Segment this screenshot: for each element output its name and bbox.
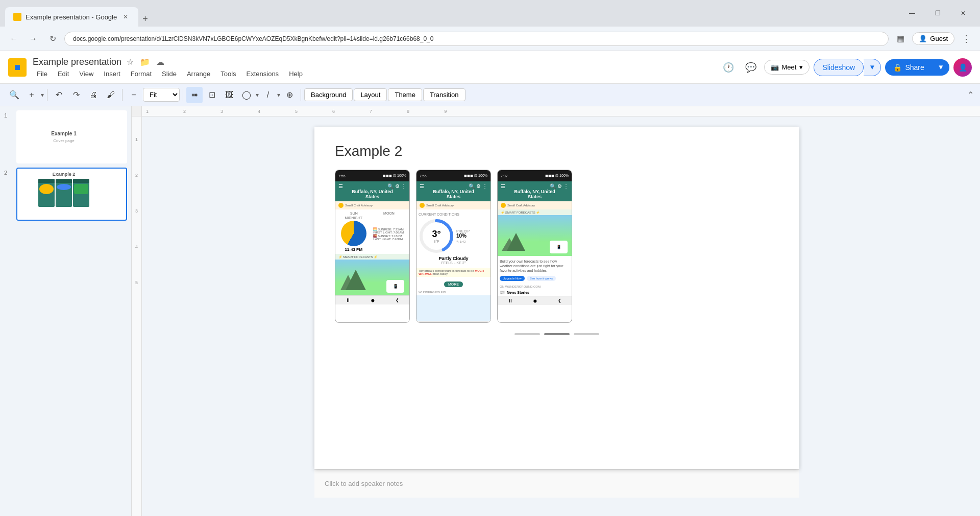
phone-1-header: ☰ 🔍 ⚙ ⋮ Buffalo, NY, UnitedStates <box>335 181 409 201</box>
phone-1-forecast-image: 📱 <box>335 260 409 295</box>
slide-title: Example 2 <box>335 143 779 159</box>
browser-chrome: Example presentation - Google ✕ + — ❐ ✕ <box>0 0 980 27</box>
forward-button[interactable]: → <box>26 31 41 46</box>
active-tab[interactable]: Example presentation - Google ✕ <box>5 7 138 27</box>
image-button[interactable]: 🖼 <box>221 87 237 103</box>
menu-file[interactable]: File <box>33 69 52 79</box>
menu-insert[interactable]: Insert <box>100 69 125 79</box>
transition-button[interactable]: Transition <box>423 88 465 101</box>
toolbar: 🔍 + ▾ ↶ ↷ 🖨 🖌 − Fit 50% 75% 100% 150% 20… <box>0 84 980 106</box>
browser-menu[interactable]: ⋮ <box>959 31 974 46</box>
sidebar-toggle[interactable]: ▦ <box>893 31 908 46</box>
search-button[interactable]: 🔍 <box>6 87 22 103</box>
doc-title: Example presentation <box>33 57 121 67</box>
comment-button[interactable]: 💬 <box>742 58 760 77</box>
phone-1: 7:55 ◼◼◼ ⊡ 100% ☰ 🔍 ⚙ ⋮ Buffalo <box>335 170 410 323</box>
menu-tools[interactable]: Tools <box>216 69 240 79</box>
slide-thumb-2-inner: Example 2 <box>17 169 110 220</box>
address-bar[interactable]: docs.google.com/presentation/d/1LzrClDSN… <box>64 32 889 46</box>
meet-button[interactable]: 📷 Meet ▾ <box>764 60 810 75</box>
add-button[interactable]: + <box>23 87 40 103</box>
toolbar-divider-4 <box>301 89 301 101</box>
zoom-out-button[interactable]: − <box>126 87 142 103</box>
menu-slide[interactable]: Slide <box>158 69 181 79</box>
redo-button[interactable]: ↷ <box>68 87 84 103</box>
add-shape-button[interactable]: ⊕ <box>281 87 298 103</box>
star-button[interactable]: ☆ <box>126 56 135 68</box>
menu-format[interactable]: Format <box>127 69 156 79</box>
notes-area[interactable]: Click to add speaker notes <box>314 469 799 498</box>
slide-item-2[interactable]: 2 Example 2 <box>4 168 127 221</box>
menu-help[interactable]: Help <box>285 69 307 79</box>
phone-2-more: MORE <box>416 277 491 289</box>
meet-dropdown-icon: ▾ <box>799 63 803 71</box>
background-button[interactable]: Background <box>304 88 353 101</box>
phone-3-status-bar: 7:07 ◼◼◼ ⊡ 100% <box>498 170 572 181</box>
undo-button[interactable]: ↶ <box>51 87 67 103</box>
folder-button[interactable]: 📁 <box>139 56 151 68</box>
slide-1-title: Example 1 Cover page <box>51 131 76 143</box>
tab-close-button[interactable]: ✕ <box>121 12 130 21</box>
camera-icon: 📷 <box>771 63 779 71</box>
reload-button[interactable]: ↻ <box>45 31 60 46</box>
menu-view[interactable]: View <box>75 69 97 79</box>
doc-title-section: Example presentation ☆ 📁 ☁ File Edit Vie… <box>33 56 307 79</box>
minimize-button[interactable]: — <box>900 5 924 21</box>
share-dropdown-button[interactable]: ▼ <box>933 59 949 76</box>
phone-3-news: 📰 News Stories <box>498 289 572 296</box>
shape-button[interactable]: ◯ <box>238 87 255 103</box>
close-button[interactable]: ✕ <box>951 5 975 21</box>
profile-icon: 👤 <box>919 35 927 42</box>
slide-canvas[interactable]: Example 2 7:55 ◼◼◼ ⊡ 100% <box>314 127 799 469</box>
toolbar-collapse-button[interactable]: ⌃ <box>967 90 974 100</box>
slide-thumb-1[interactable]: Example 1 Cover page <box>16 110 127 163</box>
phone-1-nav: ⏸ ⬤ ❮ <box>335 295 409 304</box>
share-button[interactable]: 🔒 Share <box>885 59 932 76</box>
address-bar-row: ← → ↻ docs.google.com/presentation/d/1Lz… <box>0 27 980 51</box>
phone-1-advisory: Small Craft Advisory <box>335 201 409 209</box>
slideshow-button[interactable]: Slideshow <box>814 59 864 76</box>
select-tool-button[interactable]: ➠ <box>186 87 203 103</box>
vertical-ruler: 12345 <box>132 116 142 516</box>
notes-placeholder: Click to add speaker notes <box>325 480 403 487</box>
phone-2-body: CURRENT CONDITIONS 3° <box>416 209 491 268</box>
phone-2: 7:55 ◼◼◼ ⊡ 100% ☰ 🔍 ⚙ ⋮ Buffalo <box>416 170 491 323</box>
profile-button[interactable]: 👤 Guest <box>912 32 954 45</box>
tab-title: Example presentation - Google <box>26 13 117 21</box>
menu-extensions[interactable]: Extensions <box>242 69 283 79</box>
menu-arrange[interactable]: Arrange <box>183 69 214 79</box>
slideshow-button-group: Slideshow ▼ <box>814 59 881 76</box>
cloud-sync-button[interactable]: ☁ <box>155 56 165 68</box>
history-button[interactable]: 🕐 <box>719 58 738 77</box>
layout-button[interactable]: Layout <box>354 88 387 101</box>
user-avatar[interactable]: 👤 <box>953 58 972 77</box>
slideshow-dropdown-button[interactable]: ▼ <box>864 59 881 76</box>
canvas-scroll-area[interactable]: 12345 Example 2 7:55 ◼◼◼ ⊡ 100% <box>132 116 980 516</box>
vertical-scrollbar[interactable] <box>972 116 980 516</box>
slide-item-1[interactable]: 1 Example 1 Cover page <box>4 110 127 163</box>
slide-number-2: 2 <box>4 168 12 176</box>
phone-2-header: ☰ 🔍 ⚙ ⋮ Buffalo, NY, UnitedStates <box>416 181 491 201</box>
browser-tabs: Example presentation - Google ✕ + <box>5 0 896 27</box>
zoom-select[interactable]: Fit 50% 75% 100% 150% 200% <box>143 88 180 102</box>
phone-screenshots-container: 7:55 ◼◼◼ ⊡ 100% ☰ 🔍 ⚙ ⋮ Buffalo <box>335 170 779 323</box>
maximize-button[interactable]: ❐ <box>926 5 949 21</box>
phone-3-forecast-image: 📱 <box>498 215 572 256</box>
phone-2-nav: ⏸ ⬤ ❮ <box>416 321 491 323</box>
slide-thumb-2[interactable]: Example 2 <box>16 168 127 221</box>
line-button[interactable]: / <box>260 87 276 103</box>
print-button[interactable]: 🖨 <box>85 87 102 103</box>
toolbar-divider-3 <box>183 89 183 101</box>
phone-3-header: ☰ 🔍 ⚙ ⋮ Buffalo, NY, UnitedStates <box>498 181 572 201</box>
paint-format-button[interactable]: 🖌 <box>103 87 119 103</box>
select-box-button[interactable]: ⊡ <box>204 87 220 103</box>
horizontal-ruler: 123456789 <box>132 106 980 116</box>
toolbar-divider-1 <box>47 89 47 101</box>
back-button[interactable]: ← <box>6 31 21 46</box>
menu-edit[interactable]: Edit <box>54 69 73 79</box>
phone-1-body: SUNMOON MIDNIGHT 11:43 PM 🌅 <box>335 209 409 254</box>
theme-button[interactable]: Theme <box>388 88 422 101</box>
share-button-group: 🔒 Share ▼ <box>885 59 949 76</box>
new-tab-button[interactable]: + <box>138 12 152 27</box>
phone-1-status-bar: 7:55 ◼◼◼ ⊡ 100% <box>335 170 409 181</box>
